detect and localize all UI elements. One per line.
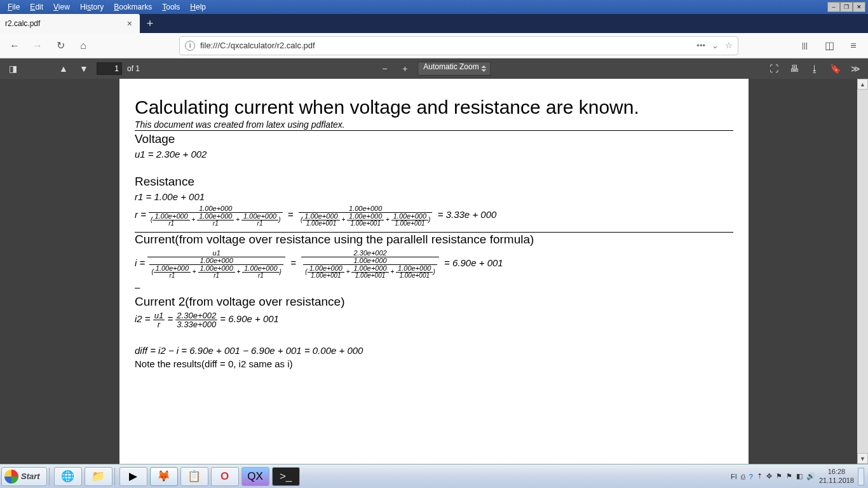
- site-info-icon[interactable]: i: [185, 41, 195, 51]
- separator: [114, 468, 115, 485]
- volume-icon[interactable]: 🔊: [806, 472, 815, 480]
- minimize-button[interactable]: –: [827, 2, 840, 12]
- url-actions: ••• ⌄ ☆: [696, 41, 733, 50]
- taskbar-ie[interactable]: 🌐: [54, 467, 82, 486]
- doc-subtitle: This document was created from latex usi…: [135, 119, 733, 131]
- note: Note the results(diff = 0, i2 same as i): [135, 358, 733, 369]
- tray-icon[interactable]: ⇡: [757, 472, 763, 480]
- sidebar-icon[interactable]: ◫: [820, 36, 839, 55]
- taskbar-opera[interactable]: O: [211, 467, 239, 486]
- current-heading: Current(from voltage over resistance usi…: [135, 233, 733, 247]
- pdf-viewport[interactable]: Calculating current when voltage and res…: [0, 79, 868, 464]
- zoom-select[interactable]: Automatic Zoom: [417, 62, 491, 76]
- page-input[interactable]: [97, 62, 122, 75]
- taskbar: Start 🌐 📁 ▶ 🦊 📋 O QX >_ FI ⎙ ? ⇡ ✥ ⚑ ⚑ ◧…: [0, 464, 868, 488]
- more-icon[interactable]: •••: [696, 41, 705, 50]
- tray-help-icon[interactable]: ?: [749, 473, 753, 480]
- pocket-icon[interactable]: ⌄: [712, 41, 719, 50]
- zoom-out-icon[interactable]: −: [377, 61, 392, 76]
- tools-icon[interactable]: ≫: [848, 61, 863, 76]
- current2-heading: Current 2(from voltage over resistance): [135, 295, 733, 309]
- tab-strip: r2.calc.pdf × +: [0, 14, 868, 33]
- menu-view[interactable]: View: [48, 1, 75, 13]
- nav-toolbar: ← → ↻ ⌂ i file:///C:/qxcalculator/r2.cal…: [0, 33, 868, 58]
- reload-button[interactable]: ↻: [51, 36, 70, 55]
- tab-title: r2.calc.pdf: [5, 19, 40, 28]
- taskbar-cmd[interactable]: >_: [272, 467, 300, 486]
- download-icon[interactable]: ⭳: [807, 61, 822, 76]
- scroll-up-icon[interactable]: ▲: [857, 79, 868, 90]
- r-eq: r = 1.00e+000(1.00e+000r1 + 1.00e+000r1 …: [135, 205, 733, 227]
- doc-title: Calculating current when voltage and res…: [135, 97, 733, 118]
- system-tray: FI ⎙ ? ⇡ ✥ ⚑ ⚑ ◧ 🔊 16:28 21.11.2018: [731, 468, 867, 485]
- bookmark-star-icon[interactable]: ☆: [725, 41, 733, 50]
- pdf-toolbar: ◨ ▲ ▼ of 1 − + Automatic Zoom ⛶ 🖶 ⭳ 🔖 ≫: [0, 58, 868, 79]
- close-window-button[interactable]: ✕: [853, 2, 865, 12]
- url-text: file:///C:/qxcalculator/r2.calc.pdf: [200, 41, 315, 50]
- separator: [49, 468, 50, 485]
- browser-tab[interactable]: r2.calc.pdf ×: [0, 14, 140, 33]
- home-button[interactable]: ⌂: [74, 36, 93, 55]
- menu-file[interactable]: File: [3, 1, 25, 13]
- window-controls: – ❐ ✕: [827, 2, 865, 12]
- windows-orb-icon: [4, 470, 18, 484]
- pdf-page: Calculating current when voltage and res…: [119, 79, 749, 464]
- taskbar-firefox[interactable]: 🦊: [150, 467, 178, 486]
- print-icon[interactable]: 🖶: [787, 61, 802, 76]
- vertical-scrollbar[interactable]: ▲ ▼: [857, 79, 868, 464]
- nav-right: ⫼ ◫ ≡: [796, 36, 863, 55]
- voltage-heading: Voltage: [135, 132, 733, 146]
- toggle-sidebar-icon[interactable]: ◨: [5, 61, 20, 76]
- menubar: File Edit View History Bookmarks Tools H…: [0, 0, 868, 14]
- url-bar[interactable]: i file:///C:/qxcalculator/r2.calc.pdf ••…: [179, 36, 738, 55]
- tray-icon[interactable]: ⚑: [786, 472, 792, 480]
- dash: –: [135, 281, 733, 292]
- menu-tools[interactable]: Tools: [157, 1, 185, 13]
- menu-edit[interactable]: Edit: [25, 1, 48, 13]
- menu-icon[interactable]: ≡: [844, 36, 863, 55]
- lang-indicator[interactable]: FI: [731, 473, 737, 480]
- diff-eq: diff = i2 − i = 6.90e + 001 − 6.90e + 00…: [135, 345, 733, 356]
- library-icon[interactable]: ⫼: [796, 36, 815, 55]
- fullscreen-icon[interactable]: ⛶: [766, 61, 782, 76]
- menu-help[interactable]: Help: [185, 1, 211, 13]
- tray-icon[interactable]: ◧: [796, 472, 803, 480]
- tray-icon[interactable]: ⚑: [776, 472, 782, 480]
- menu-history[interactable]: History: [75, 1, 109, 13]
- taskbar-qx[interactable]: QX: [241, 467, 269, 486]
- scroll-track[interactable]: [857, 90, 868, 453]
- show-desktop[interactable]: [858, 468, 864, 485]
- taskbar-app1[interactable]: 📋: [180, 467, 208, 486]
- taskbar-explorer[interactable]: 📁: [85, 467, 112, 486]
- page-up-icon[interactable]: ▲: [56, 61, 71, 76]
- maximize-button[interactable]: ❐: [840, 2, 853, 12]
- tray-icon[interactable]: ✥: [766, 472, 772, 480]
- tab-close-icon[interactable]: ×: [125, 18, 135, 29]
- i2-eq: i2 = u1r = 2.30e+0023.33e+000 = 6.90e + …: [135, 311, 733, 329]
- resistance-heading: Resistance: [135, 175, 733, 189]
- taskbar-media[interactable]: ▶: [119, 467, 147, 486]
- bookmark-icon[interactable]: 🔖: [827, 61, 843, 76]
- i-eq: i = u11.00e+000(1.00e+000r1 + 1.00e+000r…: [135, 249, 733, 279]
- scroll-down-icon[interactable]: ▼: [857, 453, 868, 464]
- tray-icon[interactable]: ⎙: [741, 473, 745, 480]
- back-button[interactable]: ←: [5, 36, 24, 55]
- r1-eq: r1 = 1.00e + 001: [135, 191, 733, 202]
- start-button[interactable]: Start: [1, 467, 47, 486]
- zoom-in-icon[interactable]: +: [397, 61, 412, 76]
- page-count: of 1: [127, 64, 140, 73]
- menu-bookmarks[interactable]: Bookmarks: [109, 1, 157, 13]
- clock[interactable]: 16:28 21.11.2018: [819, 468, 854, 484]
- new-tab-button[interactable]: +: [140, 14, 160, 33]
- voltage-eq: u1 = 2.30e + 002: [135, 149, 733, 159]
- forward-button[interactable]: →: [28, 36, 47, 55]
- page-down-icon[interactable]: ▼: [76, 61, 92, 76]
